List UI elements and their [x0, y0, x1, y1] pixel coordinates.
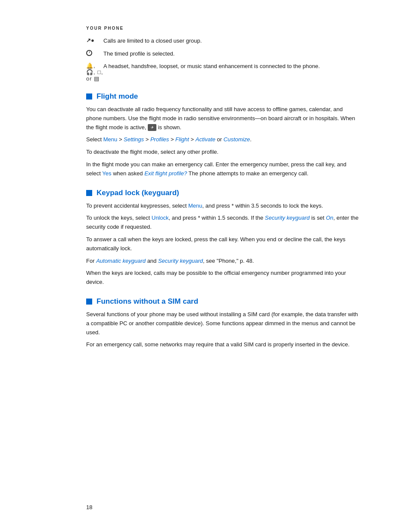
flight-link[interactable]: Flight [175, 136, 189, 143]
customize-link[interactable]: Customize [224, 136, 250, 143]
activate-link[interactable]: Activate [196, 136, 215, 143]
flight-mode-body2: Select Menu > Settings > Profiles > Flig… [86, 135, 359, 144]
functions-sim-heading: Functions without a SIM card [86, 297, 359, 306]
timed-profile-icon [86, 50, 103, 56]
profiles-link[interactable]: Profiles [150, 136, 169, 143]
on-link[interactable]: On [326, 215, 333, 221]
flight-mode-heading: Flight mode [86, 92, 359, 101]
security-keyguard-link1[interactable]: Security keyguard [265, 215, 310, 221]
keypad-lock-body1: To prevent accidental keypresses, select… [86, 202, 359, 211]
section-label: Your phone [86, 26, 359, 31]
exit-flight-link[interactable]: Exit flight profile? [144, 170, 187, 177]
keypad-lock-body4: For Automatic keyguard and Security keyg… [86, 257, 359, 266]
flight-mode-body3: To deactivate the flight mode, select an… [86, 148, 359, 157]
menu-link[interactable]: Menu [103, 136, 118, 143]
keypad-lock-title: Keypad lock (keyguard) [97, 189, 179, 197]
functions-sim-title: Functions without a SIM card [97, 297, 198, 306]
flight-mode-icon [86, 93, 92, 100]
keypad-lock-body3: To answer a call when the keys are locke… [86, 235, 359, 253]
timed-profile-text: The timed profile is selected. [103, 50, 174, 58]
flight-active-icon: ✈ [148, 124, 156, 131]
page-number: 18 [86, 504, 92, 510]
functions-sim-icon [86, 299, 92, 305]
headset-text: A headset, handsfree, loopset, or music … [103, 62, 320, 71]
flight-mode-title: Flight mode [97, 92, 138, 101]
icon-row-calls: ↗● Calls are limited to a closed user gr… [86, 37, 359, 45]
unlock-link[interactable]: Unlock [152, 215, 169, 221]
functions-sim-body2: For an emergency call, some networks may… [86, 340, 359, 349]
icon-row-headset: 🔔, 🎧, □, or ▤ A headset, handsfree, loop… [86, 62, 359, 82]
keypad-lock-body2: To unlock the keys, select Unlock, and p… [86, 214, 359, 232]
flight-mode-body1: You can deactivate all radio frequency f… [86, 105, 359, 132]
call-limited-icon: ↗● [86, 37, 103, 44]
keypad-menu-link[interactable]: Menu [188, 202, 202, 209]
keypad-lock-heading: Keypad lock (keyguard) [86, 189, 359, 197]
flight-mode-body4: In the flight mode you can make an emerg… [86, 160, 359, 178]
headset-icons: 🔔, 🎧, □, or ▤ [86, 62, 103, 82]
keypad-lock-icon [86, 190, 92, 196]
yes-link[interactable]: Yes [102, 170, 111, 177]
settings-link[interactable]: Settings [124, 136, 144, 143]
icon-row-timed: The timed profile is selected. [86, 50, 359, 58]
page: Your phone ↗● Calls are limited to a clo… [0, 0, 411, 532]
auto-keyguard-link[interactable]: Automatic keyguard [96, 258, 146, 264]
security-keyguard-link2[interactable]: Security keyguard [158, 258, 203, 264]
call-limited-text: Calls are limited to a closed user group… [103, 37, 202, 45]
keypad-lock-body5: When the keys are locked, calls may be p… [86, 269, 359, 287]
functions-sim-body1: Several functions of your phone may be u… [86, 310, 359, 337]
